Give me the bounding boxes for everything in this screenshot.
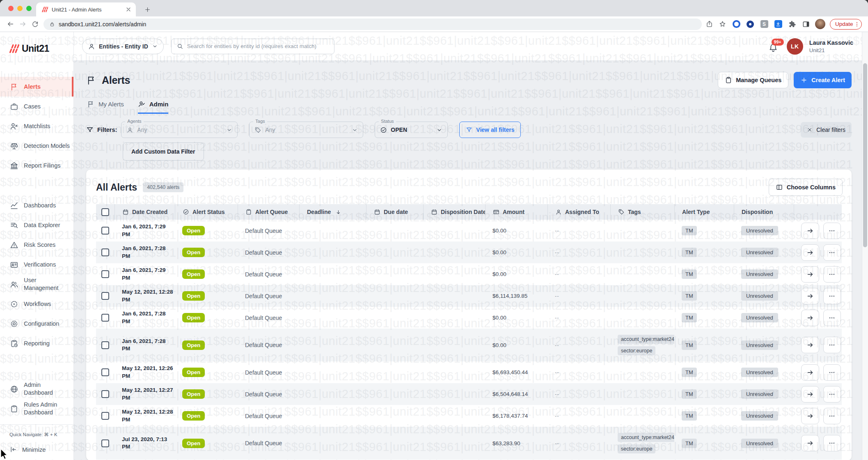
window-scrollbar[interactable] (862, 32, 868, 460)
table-row[interactable]: May 12, 2021, 12:28 PMOpenDefault Queue$… (96, 285, 842, 307)
open-alert-button[interactable] (801, 223, 819, 239)
sidebar-item-rules-admin-dashboard[interactable]: Rules Admin Dashboard (0, 399, 73, 419)
reload-button[interactable] (29, 18, 41, 30)
open-alert-button[interactable] (801, 310, 819, 326)
row-checkbox[interactable] (101, 368, 109, 376)
column-header-alert-type[interactable]: Alert Type (674, 204, 734, 220)
side-panel-button[interactable] (800, 18, 812, 30)
zoom-window-button[interactable] (26, 6, 32, 11)
chrome-update-button[interactable]: Update (830, 19, 862, 30)
row-menu-button[interactable] (823, 223, 841, 239)
sidebar-item-detection-models[interactable]: Detection Models (0, 136, 73, 156)
back-button[interactable] (4, 18, 16, 30)
share-button[interactable] (703, 18, 715, 30)
table-row[interactable]: Jan 6, 2021, 7:29 PMOpenDefault Queue$0.… (96, 263, 842, 285)
minimize-window-button[interactable] (17, 6, 23, 11)
choose-columns-button[interactable]: Choose Columns (769, 179, 843, 196)
sidebar-item-risk-scores[interactable]: Risk Scores (0, 235, 73, 255)
column-header-due-date[interactable]: Due date (366, 204, 423, 220)
clear-filters-button[interactable]: Clear filters (801, 122, 852, 138)
row-checkbox[interactable] (101, 390, 109, 398)
open-alert-button[interactable] (801, 435, 819, 451)
tags-filter-select[interactable]: Tags Any (249, 122, 363, 138)
column-header-amount[interactable]: Amount (485, 204, 547, 220)
sidebar-item-user-management[interactable]: User Management (0, 274, 73, 294)
row-checkbox[interactable] (101, 412, 109, 420)
column-header-disposition[interactable]: Disposition (734, 204, 794, 220)
row-menu-button[interactable] (823, 435, 841, 451)
open-alert-button[interactable] (801, 288, 819, 304)
row-checkbox[interactable] (101, 270, 109, 278)
extension-circle[interactable] (744, 18, 756, 30)
column-header-disposition-date[interactable]: Disposition Date (423, 204, 485, 220)
forward-button[interactable] (16, 18, 29, 30)
sidebar-item-admin-dashboard[interactable]: Admin Dashboard (0, 379, 73, 399)
table-row[interactable]: Jan 6, 2021, 7:28 PMOpenDefault Queue$0.… (96, 329, 842, 361)
row-menu-button[interactable] (823, 310, 841, 326)
column-header-date-created[interactable]: Date Created (115, 204, 175, 220)
table-row[interactable]: Jul 23, 2020, 7:13 PMOpenDefault Queue$6… (96, 427, 842, 460)
extensions-menu-button[interactable] (786, 18, 798, 30)
browser-profile-button[interactable] (814, 18, 826, 30)
column-header-deadline[interactable]: Deadline (299, 204, 366, 220)
open-alert-button[interactable] (801, 408, 819, 424)
sidebar-item-matchlists[interactable]: Matchlists (0, 116, 73, 136)
sidebar-item-dashboards[interactable]: Dashboards (0, 196, 73, 215)
table-row[interactable]: May 12, 2021, 12:28 PMOpenDefault Queue$… (96, 405, 842, 427)
table-row[interactable]: May 12, 2021, 12:27 PMOpenDefault Queue$… (96, 383, 842, 405)
row-menu-button[interactable] (823, 266, 841, 283)
column-header-tags[interactable]: Tags (610, 204, 674, 220)
row-checkbox[interactable] (101, 341, 109, 349)
row-menu-button[interactable] (823, 408, 841, 424)
table-row[interactable]: Jan 6, 2021, 7:28 PMOpenDefault Queue$0.… (96, 307, 842, 329)
table-row[interactable]: May 12, 2021, 12:26 PMOpenDefault Queue$… (96, 361, 842, 383)
extension-1password[interactable] (731, 18, 742, 30)
browser-tab[interactable]: Unit21 - Admin Alerts (36, 2, 136, 16)
bookmark-button[interactable] (717, 18, 728, 30)
tab-my-alerts[interactable]: My Alerts (87, 100, 124, 114)
open-alert-button[interactable] (801, 244, 819, 261)
entity-search-type-dropdown[interactable]: Entities - Entity ID (82, 39, 164, 54)
manage-queues-button[interactable]: Manage Queues (718, 72, 788, 88)
sidebar-item-reporting[interactable]: Reporting (0, 334, 73, 353)
new-tab-button[interactable] (142, 4, 153, 15)
row-menu-button[interactable] (823, 386, 841, 402)
tab-close-icon[interactable] (125, 6, 132, 13)
tab-admin[interactable]: Admin (138, 100, 169, 114)
sidebar-item-cases[interactable]: Cases (0, 97, 73, 116)
sidebar-item-alerts[interactable]: Alerts (0, 77, 73, 97)
table-row[interactable]: Jan 6, 2021, 7:29 PMOpenDefault Queue$0.… (96, 220, 842, 242)
create-alert-button[interactable]: Create Alert (794, 72, 852, 88)
extension-downloader[interactable] (772, 18, 784, 30)
url-bar[interactable]: sandbox1.unit21.com/alerts/admin (44, 18, 702, 30)
column-header-alert-queue[interactable]: Alert Queue (238, 204, 299, 220)
add-custom-data-filter-button[interactable]: Add Custom Data Filter (123, 143, 204, 161)
table-row[interactable]: Jan 6, 2021, 7:28 PMOpenDefault Queue$0.… (96, 242, 842, 263)
open-alert-button[interactable] (801, 364, 819, 381)
select-all-checkbox[interactable] (101, 208, 109, 216)
row-menu-button[interactable] (823, 288, 841, 304)
extension-s[interactable]: S (758, 18, 770, 30)
row-checkbox[interactable] (101, 248, 109, 256)
user-avatar[interactable]: LK (787, 38, 803, 55)
row-checkbox[interactable] (101, 227, 109, 235)
sidebar-minimize-button[interactable]: Minimize (0, 437, 73, 460)
open-alert-button[interactable] (801, 266, 819, 283)
column-header-alert-status[interactable]: Alert Status (175, 204, 238, 220)
row-menu-button[interactable] (823, 244, 841, 261)
sidebar-item-configuration[interactable]: Configuration (0, 314, 73, 334)
row-checkbox[interactable] (101, 314, 109, 322)
entity-search-input[interactable] (187, 43, 329, 49)
row-menu-button[interactable] (823, 364, 841, 381)
sort-desc-icon[interactable] (335, 209, 341, 215)
sidebar-item-data-explorer[interactable]: Data Explorer (0, 215, 73, 235)
user-info[interactable]: Laura Kassovic Unit21 (809, 39, 853, 53)
open-alert-button[interactable] (801, 337, 819, 353)
sidebar-item-report-filings[interactable]: Report Filings (0, 156, 73, 175)
sidebar-item-verifications[interactable]: Verifications (0, 255, 73, 274)
notifications-button[interactable]: 99+ (768, 40, 779, 53)
unit21-logo[interactable]: Unit21 (0, 32, 73, 55)
row-checkbox[interactable] (101, 292, 109, 300)
view-all-filters-button[interactable]: View all filters (459, 122, 521, 138)
row-menu-button[interactable] (823, 337, 841, 353)
